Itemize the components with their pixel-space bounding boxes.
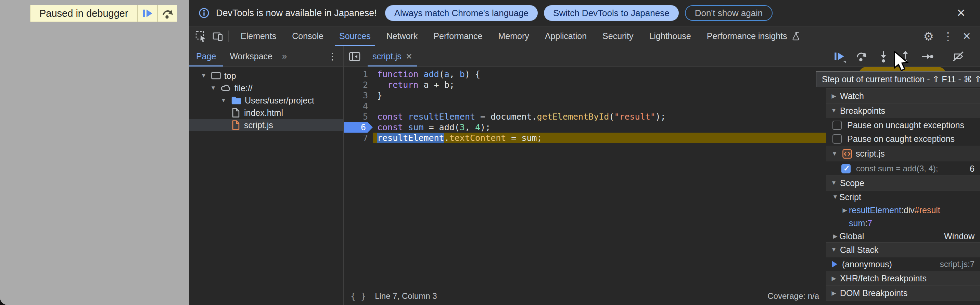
deactivate-breakpoints-button[interactable] (952, 50, 965, 63)
tab-security[interactable]: Security (595, 26, 641, 46)
collapse-arrow-icon[interactable]: ▼ (830, 150, 838, 157)
collapse-arrow-icon[interactable]: ▼ (830, 246, 838, 253)
collapse-arrow-icon[interactable]: ▶ (830, 93, 838, 100)
line-number[interactable]: 1 (344, 69, 373, 80)
section-xhr-breakpoints[interactable]: ▶ XHR/fetch Breakpoints (826, 271, 980, 286)
resume-script-button[interactable] (138, 5, 157, 22)
tab-elements[interactable]: Elements (233, 26, 284, 46)
tab-network[interactable]: Network (379, 26, 426, 46)
pause-uncaught-exceptions-row[interactable]: Pause on uncaught exceptions (826, 118, 980, 132)
expand-arrow-icon[interactable]: ▼ (220, 97, 228, 104)
code-content[interactable]: const sum = add(3, 4); (373, 122, 826, 133)
tab-performance[interactable]: Performance (425, 26, 490, 46)
step-over-banner-button[interactable] (158, 5, 177, 22)
line-number[interactable]: 3 (344, 90, 373, 101)
dont-show-again-button[interactable]: Don't show again (685, 5, 773, 21)
frame-location: script.js:7 (940, 259, 980, 269)
pretty-print-icon[interactable]: { } (350, 291, 366, 301)
tree-item-project-folder[interactable]: ▼ Users/user/project (189, 94, 343, 107)
scope-var-sum[interactable]: sum: 7 (826, 217, 980, 230)
line-number[interactable]: 2 (344, 80, 373, 90)
collapse-arrow-icon[interactable]: ▶ (830, 289, 838, 297)
tab-sources[interactable]: Sources (331, 26, 379, 46)
expand-arrow-icon[interactable]: ▼ (200, 72, 208, 79)
section-breakpoints[interactable]: ▼ Breakpoints (826, 103, 980, 118)
section-scope[interactable]: ▼ Scope (826, 176, 980, 190)
switch-to-japanese-button[interactable]: Switch DevTools to Japanese (544, 5, 679, 21)
expand-arrow-icon[interactable]: ▼ (209, 85, 217, 91)
scope-global-group[interactable]: ▶ Global Window (826, 230, 980, 243)
line-number[interactable]: 7 (344, 133, 373, 143)
section-dom-breakpoints[interactable]: ▶ DOM Breakpoints (826, 286, 980, 300)
devtools-toolbar: Elements Console Sources Network Perform… (189, 26, 980, 46)
code-line-2: 2 return a + b; (344, 80, 826, 90)
step-button[interactable] (921, 50, 934, 63)
line-number[interactable]: 4 (344, 101, 373, 111)
tab-lighthouse[interactable]: Lighthouse (641, 26, 698, 46)
collapse-arrow-icon[interactable]: ▼ (830, 107, 838, 114)
tree-item-index-html[interactable]: index.html (189, 107, 343, 119)
tab-performance-insights[interactable]: Performance insights (699, 26, 809, 46)
navigator-tab-page[interactable]: Page (189, 46, 223, 67)
breakpoint-line-number[interactable]: 6 (344, 122, 373, 133)
infobar-message: DevTools is now available in Japanese! (216, 8, 377, 19)
inspect-element-icon[interactable] (195, 30, 207, 43)
pause-uncaught-checkbox[interactable] (832, 121, 842, 130)
step-over-button[interactable] (855, 50, 868, 63)
code-content[interactable]: return a + b; (373, 80, 826, 90)
section-call-stack[interactable]: ▼ Call Stack (826, 242, 980, 257)
tree-item-top[interactable]: ▼ top (189, 70, 343, 82)
tab-close-icon[interactable]: ✕ (406, 52, 412, 61)
expand-arrow-icon[interactable]: ▶ (841, 207, 849, 214)
code-content[interactable]: function add(a, b) { (373, 69, 826, 80)
breakpoint-line-number: 6 (970, 164, 980, 174)
global-value: Window (944, 232, 980, 241)
code-content[interactable]: resultElement.textContent = sum; (373, 133, 826, 143)
device-toolbar-icon[interactable] (212, 30, 224, 43)
cursor-position: Line 7, Column 3 (375, 291, 437, 301)
settings-gear-icon[interactable]: ⚙ (923, 29, 934, 43)
folder-icon (231, 94, 242, 106)
line-number[interactable]: 5 (344, 111, 373, 122)
pause-caught-checkbox[interactable] (832, 134, 842, 144)
breakpoint-file-group[interactable]: ▼ script.js (826, 145, 980, 161)
tab-console[interactable]: Console (284, 26, 331, 46)
navigator-tab-workspace[interactable]: Workspace (223, 46, 279, 67)
pause-caught-exceptions-row[interactable]: Pause on caught exceptions (826, 132, 980, 145)
tree-item-file-origin[interactable]: ▼ file:// (189, 82, 343, 94)
file-icon-script (231, 120, 241, 131)
tab-application[interactable]: Application (537, 26, 595, 46)
more-tabs-chevron-icon[interactable]: » (279, 51, 290, 62)
scope-script-group[interactable]: ▼ Script (826, 190, 980, 204)
tree-item-script-js[interactable]: script.js (189, 119, 343, 131)
collapse-navigator-icon[interactable] (344, 50, 366, 63)
collapse-arrow-icon[interactable]: ▼ (830, 180, 838, 187)
frame-icon (210, 70, 221, 81)
code-content[interactable]: } (373, 90, 826, 101)
call-stack-frame[interactable]: (anonymous) script.js:7 (826, 257, 980, 271)
tab-memory[interactable]: Memory (490, 26, 537, 46)
always-match-language-button[interactable]: Always match Chrome's language (385, 5, 538, 21)
code-editor[interactable]: 1function add(a, b) {2 return a + b;3}45… (344, 67, 826, 287)
step-out-tooltip: Step out of current function - ⇧ F11 - ⌘… (816, 71, 980, 87)
infobar-close-icon[interactable]: ✕ (956, 6, 966, 19)
navigator-kebab-icon[interactable]: ⋮ (328, 51, 343, 62)
code-content[interactable] (373, 101, 826, 111)
code-line-1: 1function add(a, b) { (344, 69, 826, 80)
collapse-arrow-icon[interactable]: ▶ (830, 275, 838, 282)
expand-arrow-icon[interactable]: ▶ (831, 233, 839, 240)
resume-icon (142, 7, 154, 19)
more-options-kebab-icon[interactable]: ⋮ (943, 30, 954, 43)
editor-tab-script-js[interactable]: script.js ✕ (366, 46, 419, 67)
resume-button[interactable] (833, 50, 846, 63)
navigator-pane: Page Workspace » ⋮ ▼ top ▼ (189, 46, 344, 305)
code-line-4: 4 (344, 101, 826, 111)
devtools-close-icon[interactable]: ✕ (963, 30, 971, 42)
code-content[interactable]: const resultElement = document.getElemen… (373, 111, 826, 122)
scope-var-resultelement[interactable]: ▶ resultElement: div#result (826, 204, 980, 217)
breakpoint-entry[interactable]: const sum = add(3, 4); 6 (826, 161, 980, 176)
breakpoint-checkbox[interactable] (842, 164, 851, 173)
collapse-arrow-icon[interactable]: ▼ (831, 193, 839, 200)
section-watch[interactable]: ▶ Watch (826, 88, 980, 104)
step-into-button[interactable] (877, 50, 890, 63)
